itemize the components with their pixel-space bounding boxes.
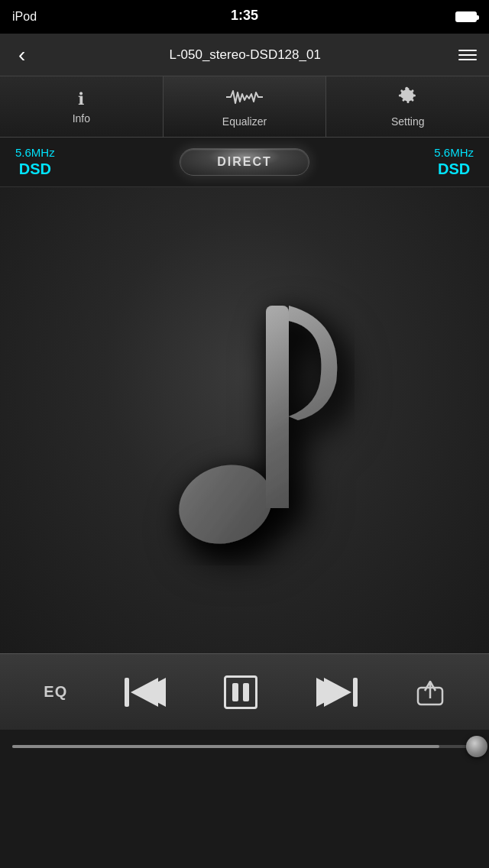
status-bar: iPod 1:35 (0, 0, 489, 34)
menu-line-2 (458, 54, 477, 56)
format-right: 5.6MHz DSD (434, 146, 474, 178)
battery-icon (455, 11, 477, 22)
svg-rect-4 (125, 678, 129, 707)
tab-bar: ℹ Info Equalizer Setting (0, 76, 489, 138)
back-button[interactable]: ‹ (12, 37, 31, 73)
next-button[interactable] (309, 672, 364, 713)
format-left: 5.6MHz DSD (15, 146, 55, 178)
prev-button[interactable] (118, 672, 173, 713)
direct-button[interactable]: DIRECT (180, 148, 309, 176)
eq-wave-icon (226, 86, 263, 112)
left-type: DSD (19, 160, 51, 178)
pause-button[interactable] (218, 669, 264, 715)
pause-bar-left (232, 683, 238, 701)
progress-thumb[interactable] (466, 736, 487, 757)
status-time: 1:35 (231, 8, 258, 24)
tab-equalizer[interactable]: Equalizer (164, 76, 327, 137)
pause-bar-right (243, 683, 249, 701)
nav-bar: ‹ L-050_stereo-DSD128_01 (0, 34, 489, 76)
share-button[interactable] (409, 671, 452, 714)
gear-icon (397, 86, 419, 112)
eq-label: EQ (44, 683, 67, 701)
progress-bar-container[interactable] (0, 730, 489, 763)
status-device: iPod (12, 10, 37, 24)
right-freq: 5.6MHz (434, 146, 474, 159)
tab-setting-label: Setting (391, 115, 425, 128)
format-bar: 5.6MHz DSD DIRECT 5.6MHz DSD (0, 138, 489, 187)
left-freq: 5.6MHz (15, 146, 55, 159)
right-type: DSD (438, 160, 470, 178)
pause-icon (224, 675, 257, 709)
tab-info[interactable]: ℹ Info (0, 76, 164, 137)
svg-rect-3 (266, 443, 289, 508)
tab-info-label: Info (73, 112, 90, 125)
progress-fill (12, 745, 439, 748)
eq-button[interactable]: EQ (37, 677, 73, 707)
progress-track[interactable] (12, 745, 477, 748)
tab-setting[interactable]: Setting (326, 76, 489, 137)
music-note-icon (99, 260, 390, 581)
tab-equalizer-label: Equalizer (222, 115, 267, 128)
svg-point-2 (168, 452, 283, 556)
playlist-button[interactable] (458, 50, 477, 60)
track-title: L-050_stereo-DSD128_01 (31, 47, 458, 63)
svg-rect-7 (353, 678, 358, 707)
info-icon: ℹ (78, 89, 84, 109)
menu-line-3 (458, 59, 477, 60)
album-art (0, 187, 489, 653)
controls-bar: EQ (0, 653, 489, 730)
menu-line-1 (458, 50, 477, 51)
